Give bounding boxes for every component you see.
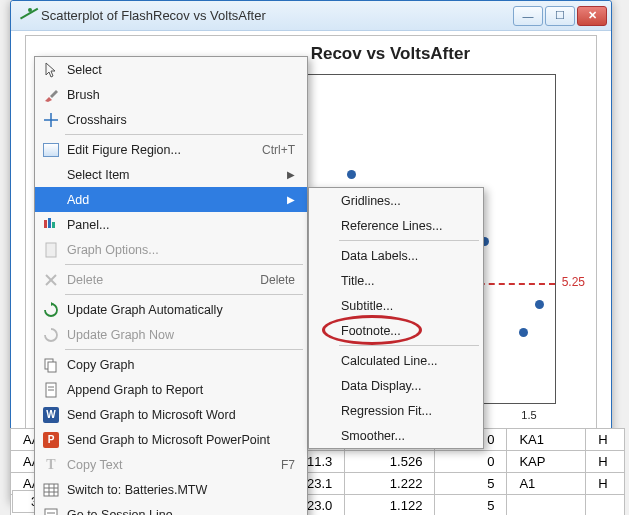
- word-icon: W: [39, 407, 63, 423]
- menu-send-powerpoint[interactable]: P Send Graph to Microsoft PowerPoint: [35, 427, 307, 452]
- minimize-button[interactable]: —: [513, 6, 543, 26]
- menu-panel[interactable]: Panel...: [35, 212, 307, 237]
- submenu-reference-lines[interactable]: Reference Lines...: [309, 213, 483, 238]
- submenu-data-labels[interactable]: Data Labels...: [309, 243, 483, 268]
- svg-rect-13: [44, 484, 58, 496]
- svg-rect-9: [48, 362, 56, 372]
- menu-copy-graph[interactable]: Copy Graph: [35, 352, 307, 377]
- window-title: Scatterplot of FlashRecov vs VoltsAfter: [41, 8, 513, 23]
- add-submenu: Gridlines... Reference Lines... Data Lab…: [308, 187, 484, 449]
- app-icon: [17, 7, 35, 25]
- menu-copy-text: T Copy Text F7: [35, 452, 307, 477]
- menu-send-word[interactable]: W Send Graph to Microsoft Word: [35, 402, 307, 427]
- region-icon: [39, 143, 63, 157]
- brush-icon: [39, 87, 63, 103]
- menu-add[interactable]: Add▶: [35, 187, 307, 212]
- copy-icon: [39, 357, 63, 373]
- submenu-calculated-line[interactable]: Calculated Line...: [309, 348, 483, 373]
- crosshairs-icon: [39, 112, 63, 128]
- svg-rect-2: [44, 220, 47, 228]
- text-icon: T: [39, 457, 63, 473]
- submenu-gridlines[interactable]: Gridlines...: [309, 188, 483, 213]
- refresh-now-icon: [39, 327, 63, 343]
- submenu-data-display[interactable]: Data Display...: [309, 373, 483, 398]
- refresh-icon: [39, 302, 63, 318]
- report-icon: [39, 382, 63, 398]
- submenu-subtitle[interactable]: Subtitle...: [309, 293, 483, 318]
- menu-update-auto[interactable]: Update Graph Automatically: [35, 297, 307, 322]
- menu-update-now: Update Graph Now: [35, 322, 307, 347]
- submenu-title[interactable]: Title...: [309, 268, 483, 293]
- svg-rect-5: [46, 243, 56, 257]
- menu-brush[interactable]: Brush: [35, 82, 307, 107]
- svg-rect-3: [48, 218, 51, 228]
- menu-go-to-session-line[interactable]: Go to Session Line: [35, 502, 307, 515]
- powerpoint-icon: P: [39, 432, 63, 448]
- panel-icon: [39, 217, 63, 233]
- worksheet-icon: [39, 482, 63, 498]
- svg-rect-18: [45, 509, 57, 516]
- close-button[interactable]: ✕: [577, 6, 607, 26]
- data-point: [519, 328, 528, 337]
- submenu-footnote[interactable]: Footnote...: [309, 318, 483, 343]
- menu-select[interactable]: Select: [35, 57, 307, 82]
- reference-line-label: 5.25: [562, 275, 585, 289]
- cursor-icon: [39, 62, 63, 78]
- maximize-button[interactable]: ☐: [545, 6, 575, 26]
- menu-delete: Delete Delete: [35, 267, 307, 292]
- menu-graph-options: Graph Options...: [35, 237, 307, 262]
- doc-icon: [39, 242, 63, 258]
- menu-crosshairs[interactable]: Crosshairs: [35, 107, 307, 132]
- submenu-smoother[interactable]: Smoother...: [309, 423, 483, 448]
- menu-append-report[interactable]: Append Graph to Report: [35, 377, 307, 402]
- window-controls: — ☐ ✕: [513, 6, 607, 26]
- x-tick: 1.5: [521, 409, 536, 421]
- menu-switch-to[interactable]: Switch to: Batteries.MTW: [35, 477, 307, 502]
- titlebar: Scatterplot of FlashRecov vs VoltsAfter …: [11, 1, 611, 31]
- svg-rect-4: [52, 222, 55, 228]
- delete-icon: [39, 272, 63, 288]
- session-icon: [39, 507, 63, 516]
- context-menu: Select Brush Crosshairs Edit Figure Regi…: [34, 56, 308, 515]
- submenu-regression-fit[interactable]: Regression Fit...: [309, 398, 483, 423]
- data-point: [535, 300, 544, 309]
- menu-select-item[interactable]: Select Item▶: [35, 162, 307, 187]
- data-point: [347, 170, 356, 179]
- menu-edit-figure-region[interactable]: Edit Figure Region... Ctrl+T: [35, 137, 307, 162]
